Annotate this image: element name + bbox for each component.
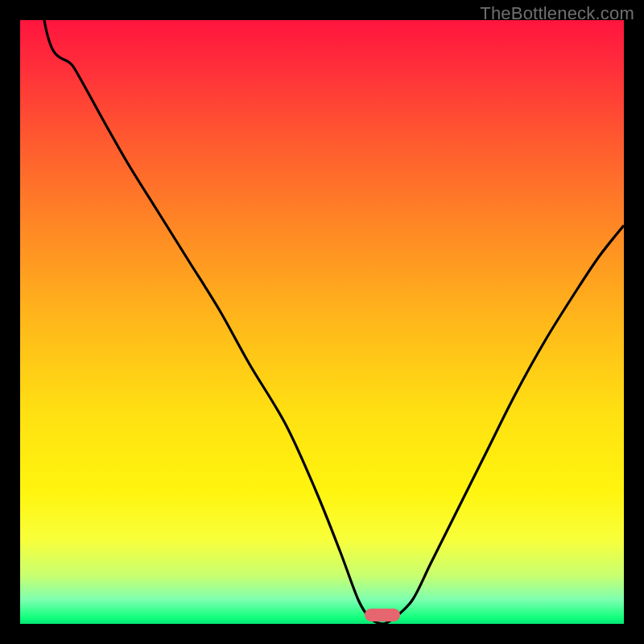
watermark-text: TheBottleneck.com bbox=[480, 3, 634, 24]
plot-area bbox=[20, 20, 624, 624]
chart-frame: TheBottleneck.com bbox=[0, 0, 644, 644]
bottleneck-curve bbox=[20, 20, 624, 624]
curve-path bbox=[20, 20, 624, 624]
optimal-marker bbox=[365, 609, 400, 621]
